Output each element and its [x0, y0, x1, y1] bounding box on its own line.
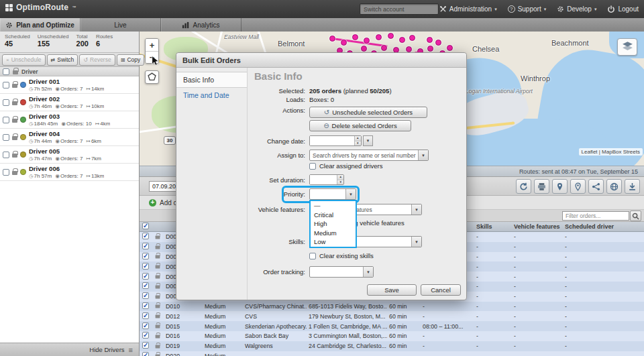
driver-toolbar-button[interactable]: × Unschedule [2, 54, 46, 66]
filter-orders-input[interactable] [562, 211, 629, 221]
orders-select-all-checkbox[interactable] [142, 223, 149, 229]
column-header-skills[interactable]: Skills [474, 223, 512, 230]
priority-option[interactable]: — [311, 201, 356, 211]
driver-row[interactable]: Driver 006 ◷7h 57m ◉Orders: 7 ↦13km [0, 164, 139, 181]
stat-value: 45 [5, 40, 30, 48]
spinner-arrows[interactable]: ▲▼ [354, 136, 361, 145]
switch-account-input[interactable] [360, 3, 439, 15]
column-header-scheduled-driver[interactable]: Scheduled driver [563, 223, 644, 230]
main-tabs: Plan and Optimize Live Analytics [0, 18, 644, 32]
priority-option[interactable]: Medium [311, 229, 356, 238]
order-checkbox[interactable] [142, 302, 149, 309]
order-tracking-select[interactable]: ▼ [309, 266, 374, 278]
priority-option[interactable]: Low [311, 237, 356, 247]
order-checkbox[interactable] [142, 332, 149, 339]
driver-row[interactable]: Driver 001 ◷7h 52m ◉Orders: 7 ↦14km [0, 76, 139, 94]
app-logo[interactable]: OptimoRoute ™ [5, 3, 76, 12]
print-button[interactable] [534, 179, 549, 194]
driver-checkbox[interactable] [3, 169, 9, 176]
hide-drivers-toggle[interactable]: Hide Drivers ≡ [0, 343, 139, 356]
order-checkbox[interactable] [142, 322, 149, 329]
menu-support[interactable]: ? Support ▾ [508, 5, 547, 13]
delete-selected-button[interactable]: ⊖Delete selected Orders [309, 120, 411, 131]
unschedule-selected-button[interactable]: ↺Unschedule selected Orders [309, 107, 427, 118]
driver-checkbox[interactable] [3, 99, 9, 106]
order-name-cell: Sabon Back Bay [243, 333, 307, 339]
pins-outline-button[interactable] [570, 179, 586, 194]
tab-plan-and-optimize[interactable]: Plan and Optimize [0, 18, 80, 32]
tab-analytics[interactable]: Analytics [161, 18, 241, 32]
list-icon: ≡ [129, 346, 133, 354]
order-row[interactable]: D012 Medium CVS 179 Newbury St, Boston, … [140, 311, 644, 321]
lock-icon [156, 315, 160, 318]
order-row[interactable]: D010 Medium CVS/Pharmacy Chinat... 685-1… [140, 302, 644, 312]
order-checkbox[interactable] [142, 243, 149, 249]
change-date-label: Change date: [248, 137, 309, 145]
priority-select[interactable]: ▼ —CriticalHighMediumLow [309, 188, 356, 200]
set-duration-input[interactable] [310, 175, 337, 184]
toolbar-button-icon: ⇄ [51, 57, 56, 63]
menu-administration[interactable]: Administration ▾ [439, 5, 497, 13]
order-row[interactable]: D019 Medium Walgreens 24 Cambridge St, C… [140, 341, 644, 351]
order-checkbox[interactable] [142, 312, 149, 319]
order-priority-cell: Medium [203, 343, 243, 349]
order-address-cell: 685-1013 Fidelis Way, Bosto... [307, 303, 387, 310]
driver-info: Driver 001 ◷7h 52m ◉Orders: 7 ↦14km [29, 78, 104, 93]
polygon-select-button[interactable] [145, 70, 159, 84]
order-checkbox[interactable] [142, 273, 149, 280]
order-checkbox[interactable] [142, 292, 149, 299]
order-checkbox[interactable] [142, 342, 149, 349]
order-row[interactable]: D016 Medium Sabon Back Bay 3 Cummington … [140, 331, 644, 341]
spinner-arrows[interactable]: ▲▼ [337, 175, 343, 184]
driver-toolbar-button[interactable]: ↺ Reverse [79, 54, 115, 66]
driver-checkbox[interactable] [3, 82, 9, 88]
order-row[interactable]: D020 Medium [140, 351, 644, 356]
order-name-cell: Skenderian Apothecary... [243, 323, 307, 330]
driver-row[interactable]: Driver 004 ◷7h 44m ◉Orders: 7 ↦6km [0, 129, 139, 146]
driver-row[interactable]: Driver 005 ◷7h 47m ◉Orders: 7 ↦7km [0, 146, 139, 164]
export-button[interactable] [625, 179, 640, 194]
map-layers-button[interactable] [617, 38, 637, 56]
priority-option[interactable]: Critical [311, 211, 356, 220]
dialog-tab-time-and-date[interactable]: Time and Date [176, 88, 247, 103]
driver-toolbar-button[interactable]: ⊞ Copy [117, 54, 145, 66]
priority-option[interactable]: High [311, 219, 356, 229]
change-date-input[interactable] [310, 136, 354, 145]
order-checkbox[interactable] [142, 263, 149, 270]
chevron-down-icon: ▾ [544, 7, 547, 12]
assign-to-select[interactable]: Search drivers by name or serial number▼ [309, 150, 429, 161]
tab-live[interactable]: Live [80, 18, 161, 32]
logout-button[interactable]: Logout [607, 5, 639, 13]
distance-icon: ↦ [87, 138, 91, 144]
drivers-select-all-checkbox[interactable] [3, 68, 9, 75]
driver-row[interactable]: Driver 003 ◷184h 45m ◉Orders: 10 ↦4km [0, 111, 139, 129]
clear-skills-checkbox[interactable] [309, 253, 316, 259]
date-picker-button[interactable]: ▼ [363, 135, 373, 146]
zoom-in-button[interactable]: + [146, 39, 158, 51]
search-button[interactable] [630, 211, 641, 221]
save-button[interactable]: Save [367, 284, 417, 296]
clear-assigned-drivers-checkbox[interactable] [309, 163, 316, 170]
refresh-routes-button[interactable] [516, 179, 531, 194]
dialog-title[interactable]: Bulk Edit Orders [176, 53, 466, 68]
driver-checkbox[interactable] [3, 134, 9, 141]
driver-checkbox[interactable] [3, 152, 9, 158]
show-pins-button[interactable] [552, 179, 568, 194]
order-row[interactable]: D015 Medium Skenderian Apothecary... 1 F… [140, 321, 644, 331]
orders-pin-icon: ◉ [61, 121, 66, 127]
order-checkbox[interactable] [142, 282, 149, 289]
column-header-vehicle-features[interactable]: Vehicle features [512, 223, 563, 230]
map-attribution[interactable]: Leaflet | MapBox Streets [579, 148, 643, 156]
menu-develop[interactable]: Develop ▾ [557, 5, 596, 13]
driver-row[interactable]: Driver 002 ◷7h 46m ◉Orders: 7 ↦10km [0, 94, 139, 111]
cancel-button[interactable]: Cancel [421, 284, 461, 296]
driver-toolbar-button[interactable]: ⇄ Switch [47, 54, 78, 66]
dialog-tab-basic-info[interactable]: Basic Info [176, 72, 247, 88]
order-checkbox[interactable] [142, 233, 149, 239]
driver-checkbox[interactable] [3, 117, 9, 123]
order-checkbox[interactable] [142, 253, 149, 259]
order-checkbox[interactable] [142, 352, 149, 356]
order-id-cell: D012 [164, 313, 203, 320]
web-tracking-button[interactable] [606, 179, 622, 194]
share-button[interactable] [588, 179, 604, 194]
